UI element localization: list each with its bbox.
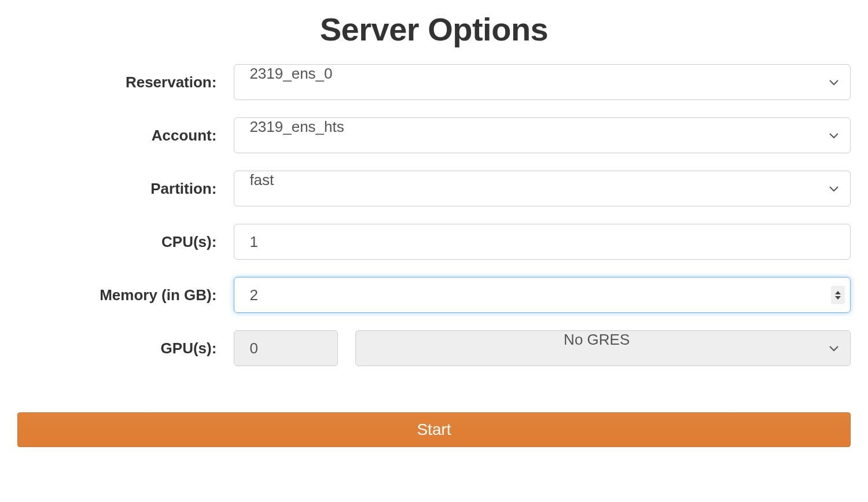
account-row: Account: 2319_ens_hts [17,117,851,153]
memory-input[interactable] [234,277,851,313]
account-label: Account: [17,127,234,145]
cpus-label: CPU(s): [17,233,234,251]
reservation-row: Reservation: 2319_ens_0 [17,64,851,100]
gpus-label: GPU(s): [17,339,234,357]
page-title: Server Options [17,10,851,48]
partition-select[interactable]: fast [234,171,851,206]
partition-label: Partition: [17,180,234,198]
gpu-count-input [234,330,338,366]
partition-row: Partition: fast [17,171,851,206]
reservation-label: Reservation: [17,73,234,91]
gpus-row: GPU(s): No GRES [17,330,851,366]
reservation-select[interactable]: 2319_ens_0 [234,64,851,100]
start-button[interactable]: Start [17,412,851,447]
cpus-row: CPU(s): [17,224,851,260]
cpus-input[interactable] [234,224,851,260]
account-select[interactable]: 2319_ens_hts [234,117,851,153]
memory-label: Memory (in GB): [17,286,234,304]
memory-row: Memory (in GB): [17,277,851,313]
server-options-form: Server Options Reservation: 2319_ens_0 A… [17,10,851,447]
gpu-gres-select: No GRES [355,330,851,366]
